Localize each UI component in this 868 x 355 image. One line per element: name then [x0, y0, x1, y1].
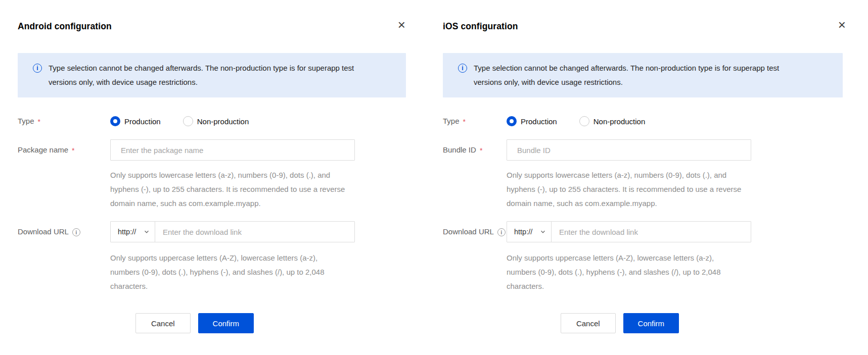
configuration-form: Type * Production Non-production Bu	[443, 115, 843, 333]
dialogs-stage: Android configuration × i Type selection…	[0, 0, 868, 355]
chevron-down-icon	[144, 229, 150, 235]
ios-configuration-dialog: iOS configuration × i Type selection can…	[415, 0, 868, 355]
bundle-id-help: Only supports lowercase letters (a-z), n…	[507, 168, 744, 211]
protocol-select[interactable]: http://	[507, 222, 552, 242]
close-button[interactable]: ×	[836, 18, 848, 31]
type-radio-group: Production Non-production	[507, 115, 751, 127]
info-icon: i	[33, 64, 42, 73]
download-url-row: Download URL i http:// Only supports upp	[443, 221, 843, 293]
info-icon: i	[458, 64, 467, 73]
dialog-actions: Cancel Confirm	[443, 313, 797, 333]
radio-production[interactable]: Production	[507, 116, 557, 126]
confirm-button[interactable]: Confirm	[198, 313, 254, 333]
download-url-control: http://	[507, 221, 751, 242]
radio-non-production[interactable]: Non-production	[579, 116, 646, 126]
download-url-label: Download URL i	[18, 221, 110, 242]
download-url-label: Download URL i	[443, 221, 507, 242]
download-url-row: Download URL i http:// Only supports upp	[18, 221, 406, 293]
android-configuration-dialog: Android configuration × i Type selection…	[0, 0, 415, 355]
dialog-title: iOS configuration	[443, 21, 843, 31]
type-row: Type * Production Non-production	[443, 115, 843, 127]
close-icon: ×	[838, 17, 846, 32]
chevron-down-icon	[540, 229, 546, 235]
info-icon: i	[497, 228, 506, 236]
info-icon: i	[72, 228, 80, 236]
required-mark: *	[38, 116, 40, 128]
type-row: Type * Production Non-production	[18, 115, 406, 127]
confirm-button[interactable]: Confirm	[623, 313, 679, 333]
radio-production[interactable]: Production	[110, 116, 161, 126]
protocol-select[interactable]: http://	[111, 222, 155, 242]
radio-selected-icon	[507, 116, 517, 126]
type-label: Type *	[18, 115, 110, 127]
info-banner-text: Type selection cannot be changed afterwa…	[49, 61, 372, 89]
bundle-id-input[interactable]	[507, 139, 751, 161]
info-banner: i Type selection cannot be changed after…	[443, 53, 843, 97]
required-mark: *	[463, 116, 466, 128]
radio-unselected-icon	[183, 116, 193, 126]
radio-unselected-icon	[579, 116, 589, 126]
dialog-actions: Cancel Confirm	[18, 313, 372, 333]
download-url-control: http://	[110, 221, 355, 242]
bundle-id-row: Bundle ID * Only supports lowercase lett…	[443, 139, 843, 211]
package-name-input[interactable]	[110, 139, 355, 161]
info-banner-text: Type selection cannot be changed afterwa…	[474, 61, 797, 89]
close-icon: ×	[398, 17, 405, 32]
package-name-help: Only supports lowercase letters (a-z), n…	[110, 168, 348, 211]
configuration-form: Type * Production Non-production Pa	[18, 115, 406, 333]
download-url-input[interactable]	[155, 222, 354, 242]
close-button[interactable]: ×	[396, 18, 407, 31]
dialog-title: Android configuration	[18, 21, 406, 31]
type-label: Type *	[443, 115, 507, 127]
download-url-help: Only supports uppercase letters (A-Z), l…	[507, 251, 744, 293]
package-name-label: Package name *	[18, 139, 110, 161]
radio-selected-icon	[110, 116, 120, 126]
type-radio-group: Production Non-production	[110, 115, 355, 127]
required-mark: *	[480, 140, 482, 161]
radio-non-production[interactable]: Non-production	[183, 116, 249, 126]
cancel-button[interactable]: Cancel	[135, 313, 191, 333]
download-url-help: Only supports uppercase letters (A-Z), l…	[110, 251, 348, 293]
package-name-row: Package name * Only supports lowercase l…	[18, 139, 406, 211]
required-mark: *	[72, 140, 74, 161]
cancel-button[interactable]: Cancel	[561, 313, 616, 333]
bundle-id-label: Bundle ID *	[443, 139, 507, 161]
info-banner: i Type selection cannot be changed after…	[18, 53, 406, 97]
download-url-input[interactable]	[552, 222, 751, 242]
